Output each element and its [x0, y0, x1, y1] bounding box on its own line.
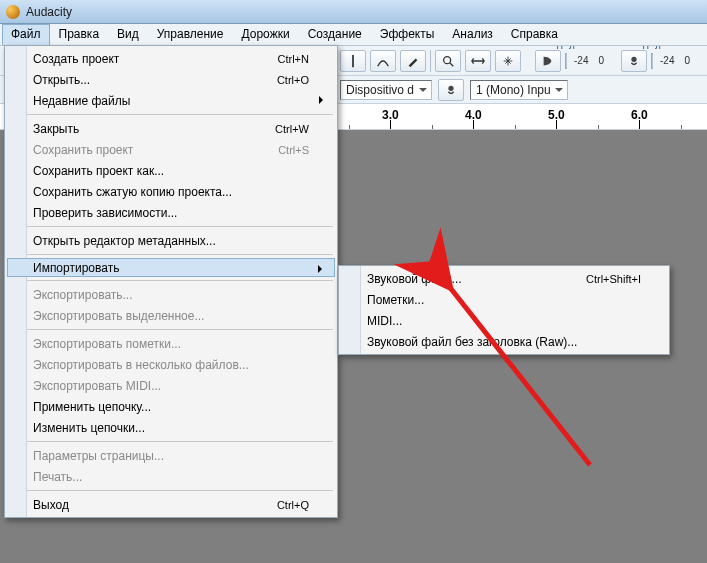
mi-label: Открыть...: [33, 73, 90, 87]
playback-meter[interactable]: [565, 53, 567, 69]
mi-label: Импортировать: [33, 261, 119, 275]
mi-label: Сохранить проект: [33, 143, 133, 157]
mi-label: Экспортировать...: [33, 288, 133, 302]
mi-label: Проверить зависимости...: [33, 206, 177, 220]
menu-generate[interactable]: Создание: [299, 24, 371, 45]
menu-sep: [9, 114, 333, 115]
mi-editchains[interactable]: Изменить цепочки...: [7, 417, 335, 438]
mi-label: Экспортировать пометки...: [33, 337, 181, 351]
db-scale-2: 0: [595, 55, 607, 66]
menu-help[interactable]: Справка: [502, 24, 567, 45]
mi-checkdeps[interactable]: Проверить зависимости...: [7, 202, 335, 223]
svg-point-2: [448, 85, 453, 90]
menubar: Файл Правка Вид Управление Дорожки Созда…: [0, 24, 707, 46]
envelope-tool[interactable]: [370, 50, 396, 72]
mi-pagesetup: Параметры страницы...: [7, 445, 335, 466]
mi-exit[interactable]: ВыходCtrl+Q: [7, 494, 335, 515]
menu-analyze[interactable]: Анализ: [443, 24, 502, 45]
mi-import[interactable]: Импортировать: [7, 258, 335, 277]
mi-import-raw[interactable]: Звуковой файл без заголовка (Raw)...: [341, 331, 667, 352]
timeshift-tool[interactable]: [465, 50, 491, 72]
mi-shortcut: Ctrl+Shift+I: [586, 273, 641, 285]
menu-sep: [9, 280, 333, 281]
mi-new[interactable]: Создать проектCtrl+N: [7, 48, 335, 69]
menu-transport[interactable]: Управление: [148, 24, 233, 45]
zoom-tool[interactable]: [435, 50, 461, 72]
mi-label: Звуковой файл без заголовка (Raw)...: [367, 335, 577, 349]
svg-point-1: [631, 56, 636, 61]
menu-sep: [9, 490, 333, 491]
mi-shortcut: Ctrl+W: [275, 123, 309, 135]
rec-meter-icon[interactable]: [621, 50, 647, 72]
mi-label: Применить цепочку...: [33, 400, 151, 414]
mi-open[interactable]: Открыть...Ctrl+O: [7, 69, 335, 90]
menu-tracks[interactable]: Дорожки: [233, 24, 299, 45]
titlebar: Audacity: [0, 0, 707, 24]
mi-label: Закрыть: [33, 122, 79, 136]
mi-saveas[interactable]: Сохранить проект как...: [7, 160, 335, 181]
rec-device-icon: [438, 79, 464, 101]
play-meter-icon[interactable]: [535, 50, 561, 72]
app-title: Audacity: [26, 5, 72, 19]
mi-shortcut: Ctrl+N: [278, 53, 309, 65]
rec-device-combo[interactable]: 1 (Mono) Inpu: [470, 80, 568, 100]
draw-tool[interactable]: [400, 50, 426, 72]
mi-label: Сохранить сжатую копию проекта...: [33, 185, 232, 199]
menu-sep: [9, 254, 333, 255]
multi-tool[interactable]: [495, 50, 521, 72]
host-combo[interactable]: Dispositivo d: [340, 80, 432, 100]
menu-import-dropdown: Звуковой файл...Ctrl+Shift+I Пометки... …: [338, 265, 670, 355]
toolbar-divider: [430, 50, 431, 72]
app-icon: [6, 5, 20, 19]
menu-effects[interactable]: Эффекты: [371, 24, 444, 45]
mi-save: Сохранить проектCtrl+S: [7, 139, 335, 160]
mi-savecomp[interactable]: Сохранить сжатую копию проекта...: [7, 181, 335, 202]
db-scale-3: -24: [657, 55, 677, 66]
mi-import-labels[interactable]: Пометки...: [341, 289, 667, 310]
menu-edit[interactable]: Правка: [50, 24, 109, 45]
db-scale-4: 0: [681, 55, 693, 66]
mi-label: Открыть редактор метаданных...: [33, 234, 216, 248]
mi-shortcut: Ctrl+S: [278, 144, 309, 156]
menu-file-dropdown: Создать проектCtrl+N Открыть...Ctrl+O Не…: [4, 45, 338, 518]
mi-label: Экспортировать в несколько файлов...: [33, 358, 249, 372]
mi-label: Сохранить проект как...: [33, 164, 164, 178]
menu-sep: [9, 441, 333, 442]
mi-exportmulti: Экспортировать в несколько файлов...: [7, 354, 335, 375]
mi-label: MIDI...: [367, 314, 402, 328]
menu-file[interactable]: Файл: [2, 24, 50, 45]
menu-sep: [9, 329, 333, 330]
mi-label: Недавние файлы: [33, 94, 130, 108]
submenu-arrow-icon: [319, 96, 327, 104]
mi-export: Экспортировать...: [7, 284, 335, 305]
svg-point-0: [444, 56, 451, 63]
rec-device-value: 1 (Mono) Inpu: [476, 83, 551, 97]
mi-recent[interactable]: Недавние файлы: [7, 90, 335, 111]
host-combo-value: Dispositivo d: [346, 83, 414, 97]
mi-label: Создать проект: [33, 52, 119, 66]
mi-shortcut: Ctrl+O: [277, 74, 309, 86]
record-meter[interactable]: [651, 53, 653, 69]
mi-label: Изменить цепочки...: [33, 421, 145, 435]
mi-label: Выход: [33, 498, 69, 512]
mi-label: Экспортировать MIDI...: [33, 379, 161, 393]
mi-exportmidi: Экспортировать MIDI...: [7, 375, 335, 396]
menu-sep: [9, 226, 333, 227]
menu-view[interactable]: Вид: [108, 24, 148, 45]
mi-exportsel: Экспортировать выделенное...: [7, 305, 335, 326]
mi-metaeditor[interactable]: Открыть редактор метаданных...: [7, 230, 335, 251]
mi-import-audio[interactable]: Звуковой файл...Ctrl+Shift+I: [341, 268, 667, 289]
mi-import-midi[interactable]: MIDI...: [341, 310, 667, 331]
mi-close[interactable]: ЗакрытьCtrl+W: [7, 118, 335, 139]
mi-label: Звуковой файл...: [367, 272, 462, 286]
mi-print: Печать...: [7, 466, 335, 487]
mi-label: Параметры страницы...: [33, 449, 164, 463]
mi-applychain[interactable]: Применить цепочку...: [7, 396, 335, 417]
mi-label: Пометки...: [367, 293, 424, 307]
selection-tool[interactable]: [340, 50, 366, 72]
mi-label: Печать...: [33, 470, 82, 484]
db-scale-1: -24: [571, 55, 591, 66]
submenu-arrow-icon: [318, 265, 326, 273]
mi-exportlabels: Экспортировать пометки...: [7, 333, 335, 354]
mi-shortcut: Ctrl+Q: [277, 499, 309, 511]
